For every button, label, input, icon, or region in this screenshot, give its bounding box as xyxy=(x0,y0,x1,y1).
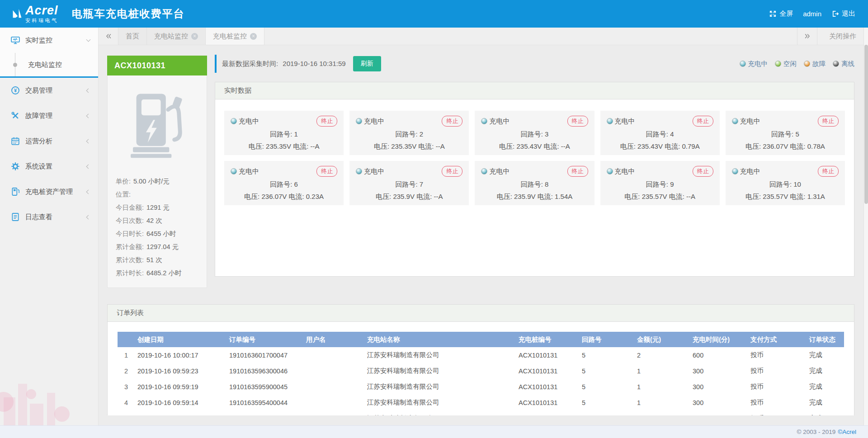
terminate-button[interactable]: 终止 xyxy=(818,116,839,127)
voltage-value: 235.43V xyxy=(516,142,542,150)
tab-label: 充电桩监控 xyxy=(213,32,247,41)
charging-status-dot xyxy=(231,168,237,174)
sidebar-group-item[interactable]: 系统设置 xyxy=(0,154,98,179)
tab-close-icon[interactable] xyxy=(191,33,198,40)
column-header: 支付方式 xyxy=(748,332,807,347)
cell-date: 2019-10-16 09:59:23 xyxy=(135,363,226,379)
sidebar-item-label: 系统设置 xyxy=(25,162,87,171)
logo-sub-text: 安科瑞电气 xyxy=(25,18,58,23)
terminate-button[interactable]: 终止 xyxy=(316,166,337,177)
circuit-status-label: 充电中 xyxy=(489,167,509,176)
tab[interactable]: 充电站监控 xyxy=(147,28,206,45)
circuit-grid: 充电中 终止 回路号: 1 电压: 235.35V 电流: --A 充电中 终止… xyxy=(215,99,854,205)
voltage-value: 235.9V xyxy=(393,193,415,200)
current-label: 电流: xyxy=(790,193,805,200)
footer-brand-link[interactable]: ©Acrel xyxy=(838,429,856,435)
circuit-card: 充电中 终止 回路号: 9 电压: 235.57V 电流: --A xyxy=(600,161,720,205)
terminate-button[interactable]: 终止 xyxy=(316,116,337,127)
circuit-status: 充电中 xyxy=(732,167,760,176)
circuit-no-value: 10 xyxy=(793,180,801,188)
tab-bar: 首页 充电站监控 充电桩监控 关闭操作 xyxy=(99,28,868,45)
legend-dot xyxy=(804,61,810,67)
device-stat-line: 累计金额:1297.04 元 xyxy=(116,240,202,254)
voltage-value: 235.35V xyxy=(266,142,291,150)
cell-order-no: 1910163595400044 xyxy=(226,395,303,410)
sidebar-group-item[interactable]: 故障管理 xyxy=(0,103,98,128)
username-label: admin xyxy=(803,10,821,18)
cell-minutes: 300 xyxy=(690,379,748,395)
collect-time-value: 2019-10-16 10:31:59 xyxy=(283,60,345,67)
orders-tbody: 1 2019-10-16 10:00:17 1910163601700047 江… xyxy=(118,347,844,415)
cell-pay: 投币 xyxy=(748,410,807,415)
cell-amount: 1 xyxy=(634,379,690,395)
username-menu[interactable]: admin xyxy=(803,10,821,18)
stat-value: 6455 小时 xyxy=(146,230,176,237)
cell-minutes: 300 xyxy=(690,363,748,379)
fullscreen-button[interactable]: 全屏 xyxy=(769,9,793,18)
svg-text:¥: ¥ xyxy=(14,88,17,93)
terminate-button[interactable]: 终止 xyxy=(442,116,462,127)
refresh-button[interactable]: 刷新 xyxy=(353,56,381,71)
column-header: 金额(元) xyxy=(634,332,690,347)
terminate-button[interactable]: 终止 xyxy=(818,166,839,177)
voltage-value: 236.07V xyxy=(763,142,788,150)
logout-button[interactable]: 退出 xyxy=(831,9,855,18)
vertical-scrollbar xyxy=(863,28,868,425)
legend-item: 离线 xyxy=(833,60,854,68)
column-header: 用户名 xyxy=(303,332,364,347)
app-window: Acrel 安科瑞电气 电瓶车充电桩收费平台 全屏 admin 退出 首页 xyxy=(0,0,868,438)
logout-label: 退出 xyxy=(842,9,855,18)
device-stat-line: 单价:5.00 小时/元 xyxy=(116,175,202,188)
node-dot-icon xyxy=(13,63,17,67)
tab-close-icon[interactable] xyxy=(250,33,257,40)
sidebar-group-item[interactable]: 运营分析 xyxy=(0,128,98,154)
terminate-button[interactable]: 终止 xyxy=(693,166,713,177)
sidebar-group-item[interactable]: 充电桩资产管理 xyxy=(0,179,98,204)
scrollbar-thumb[interactable] xyxy=(864,45,868,204)
circuit-card: 充电中 终止 回路号: 2 电压: 235.35V 电流: --A xyxy=(349,111,469,155)
orders-table: 创建日期订单编号用户名充电站名称充电桩编号回路号金额(元)充电时间(分)支付方式… xyxy=(118,332,844,415)
cell-status: 完成 xyxy=(807,379,844,395)
accent-bar xyxy=(215,55,217,73)
sidebar-group-item[interactable]: ¥ 交易管理 xyxy=(0,78,98,103)
tab[interactable]: 充电桩监控 xyxy=(206,28,264,45)
orders-panel: 订单列表 创建日期订单编号用户名充电站名称充电桩编号回路号金额(元)充电时间(分… xyxy=(107,304,854,415)
stat-label: 位置: xyxy=(116,191,131,198)
table-row: 1 2019-10-16 10:00:17 1910163601700047 江… xyxy=(118,347,844,363)
tabs-scroll-left-button[interactable] xyxy=(99,28,118,45)
charging-status-dot xyxy=(356,168,362,174)
circuit-no-label: 回路号: xyxy=(395,180,417,188)
sidebar-group-item[interactable]: 日志查看 xyxy=(0,204,98,230)
legend-dot xyxy=(833,61,839,67)
terminate-button[interactable]: 终止 xyxy=(567,166,588,177)
chevron-icon xyxy=(86,189,91,194)
tab-label: 充电站监控 xyxy=(154,32,188,41)
cell-user xyxy=(303,410,364,415)
chevron-icon xyxy=(86,164,91,169)
sidebar-child-item[interactable]: 充电站监控 xyxy=(0,53,98,76)
row-index: 4 xyxy=(118,395,135,410)
table-row: 4 2019-10-16 09:59:14 1910163595400044 江… xyxy=(118,395,844,410)
cell-pile: ACX1010131 xyxy=(516,410,579,415)
cell-user xyxy=(303,395,364,410)
terminate-button[interactable]: 终止 xyxy=(567,116,588,127)
stat-label: 今日时长: xyxy=(116,230,144,237)
sidebar-group-item[interactable]: 实时监控 xyxy=(0,28,98,53)
legend-dot xyxy=(740,61,746,67)
circuit-no-value: 1 xyxy=(294,130,298,138)
legend-item: 故障 xyxy=(804,60,826,68)
copyright-text: © 2003 - 2019 xyxy=(797,429,836,435)
sidebar: 实时监控 充电站监控 ¥ 交易管理 故障管理 运营分析 系统设置 充电桩资产管理… xyxy=(0,28,99,425)
tab[interactable]: 首页 xyxy=(118,28,147,45)
terminate-button[interactable]: 终止 xyxy=(442,166,462,177)
voltage-value: 236.07V xyxy=(261,193,287,200)
tabs-scroll-right-button[interactable] xyxy=(797,28,817,45)
fullscreen-icon xyxy=(769,10,777,18)
cell-station: 江苏安科瑞制造有限公司 xyxy=(364,395,516,410)
circuit-card: 充电中 终止 回路号: 1 电压: 235.35V 电流: --A xyxy=(224,111,344,155)
terminate-button[interactable]: 终止 xyxy=(693,116,713,127)
realtime-panel-title: 实时数据 xyxy=(215,82,854,99)
gear-icon xyxy=(11,162,20,171)
close-operations-button[interactable]: 关闭操作 xyxy=(817,28,868,45)
column-header: 回路号 xyxy=(579,332,634,347)
